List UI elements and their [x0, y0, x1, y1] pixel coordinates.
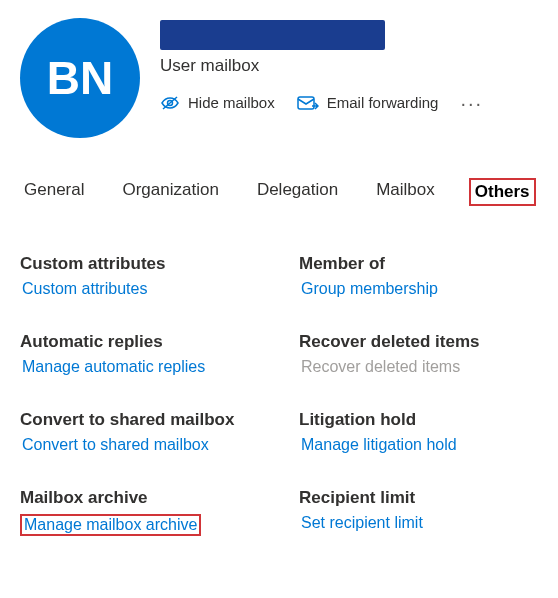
- hide-mailbox-label: Hide mailbox: [188, 94, 275, 111]
- tab-delegation[interactable]: Delegation: [253, 178, 342, 206]
- recover-deleted-title: Recover deleted items: [299, 332, 538, 352]
- custom-attributes-title: Custom attributes: [20, 254, 259, 274]
- recipient-limit-title: Recipient limit: [299, 488, 538, 508]
- section-member-of: Member of Group membership: [299, 254, 538, 298]
- recover-deleted-items-link: Recover deleted items: [299, 358, 462, 376]
- section-automatic-replies: Automatic replies Manage automatic repli…: [20, 332, 259, 376]
- email-forwarding-button[interactable]: Email forwarding: [297, 94, 439, 111]
- manage-mailbox-archive-link[interactable]: Manage mailbox archive: [20, 514, 201, 536]
- manage-automatic-replies-link[interactable]: Manage automatic replies: [20, 358, 207, 376]
- convert-shared-title: Convert to shared mailbox: [20, 410, 259, 430]
- section-convert-shared: Convert to shared mailbox Convert to sha…: [20, 410, 259, 454]
- eye-hidden-icon: [160, 95, 180, 111]
- section-litigation-hold: Litigation hold Manage litigation hold: [299, 410, 538, 454]
- hide-mailbox-button[interactable]: Hide mailbox: [160, 94, 275, 111]
- litigation-hold-title: Litigation hold: [299, 410, 538, 430]
- tab-general[interactable]: General: [20, 178, 88, 206]
- mail-forward-icon: [297, 95, 319, 111]
- section-mailbox-archive: Mailbox archive Manage mailbox archive: [20, 488, 259, 536]
- settings-grid: Custom attributes Custom attributes Memb…: [20, 254, 538, 536]
- tabs: General Organization Delegation Mailbox …: [20, 178, 538, 206]
- email-forwarding-label: Email forwarding: [327, 94, 439, 111]
- member-of-title: Member of: [299, 254, 538, 274]
- section-recipient-limit: Recipient limit Set recipient limit: [299, 488, 538, 536]
- mailbox-archive-title: Mailbox archive: [20, 488, 259, 508]
- user-name-redacted: [160, 20, 385, 50]
- avatar-initials: BN: [47, 51, 113, 105]
- custom-attributes-link[interactable]: Custom attributes: [20, 280, 149, 298]
- tab-mailbox[interactable]: Mailbox: [372, 178, 439, 206]
- header-actions: Hide mailbox Email forwarding ···: [160, 94, 538, 111]
- section-recover-deleted: Recover deleted items Recover deleted it…: [299, 332, 538, 376]
- avatar: BN: [20, 18, 140, 138]
- manage-litigation-hold-link[interactable]: Manage litigation hold: [299, 436, 459, 454]
- convert-to-shared-mailbox-link[interactable]: Convert to shared mailbox: [20, 436, 211, 454]
- section-custom-attributes: Custom attributes Custom attributes: [20, 254, 259, 298]
- header-right: User mailbox Hide mailbox: [160, 18, 538, 111]
- group-membership-link[interactable]: Group membership: [299, 280, 440, 298]
- header: BN User mailbox Hide mailbox: [20, 18, 538, 138]
- automatic-replies-title: Automatic replies: [20, 332, 259, 352]
- mailbox-type: User mailbox: [160, 56, 538, 76]
- tab-others[interactable]: Others: [469, 178, 536, 206]
- more-actions-button[interactable]: ···: [460, 98, 483, 108]
- tab-organization[interactable]: Organization: [118, 178, 222, 206]
- svg-rect-2: [298, 97, 314, 109]
- set-recipient-limit-link[interactable]: Set recipient limit: [299, 514, 425, 532]
